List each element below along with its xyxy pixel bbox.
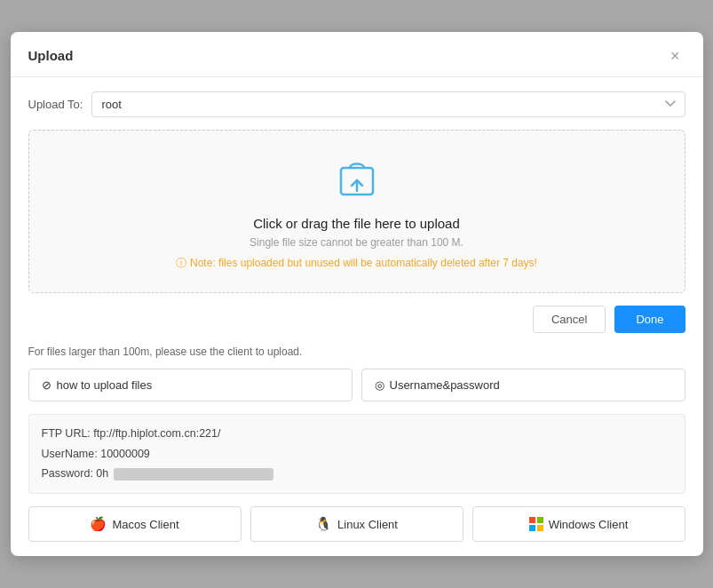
- linux-icon: 🐧: [315, 516, 332, 532]
- cancel-button[interactable]: Cancel: [533, 306, 606, 333]
- client-buttons-row: 🍎 Macos Client 🐧 Linux Client Windows Cl…: [28, 506, 685, 542]
- upload-modal: Upload × Upload To: root: [11, 32, 703, 556]
- apple-icon: 🍎: [90, 516, 107, 532]
- linux-client-button[interactable]: 🐧 Linux Client: [250, 506, 463, 542]
- ftp-url-line: FTP URL: ftp://ftp.hiplot.com.cn:221/: [42, 425, 672, 442]
- question-icon: ⊘: [42, 378, 51, 392]
- modal-body: Upload To: root Click or drag the file h…: [11, 77, 703, 556]
- svg-rect-4: [529, 525, 535, 531]
- svg-rect-5: [537, 525, 543, 531]
- upload-to-row: Upload To: root: [28, 91, 685, 117]
- drop-note: ⓘ Note: files uploaded but unused will b…: [47, 256, 667, 271]
- ftp-username-line: UserName: 10000009: [42, 446, 672, 463]
- ftp-info-box: FTP URL: ftp://ftp.hiplot.com.cn:221/ Us…: [28, 414, 685, 494]
- eye-icon: ◎: [375, 378, 384, 392]
- action-buttons-row: ⊘ how to upload files ◎ Username&passwor…: [28, 369, 685, 401]
- macos-client-button[interactable]: 🍎 Macos Client: [28, 506, 242, 542]
- svg-rect-3: [537, 517, 543, 523]
- modal-header: Upload ×: [11, 32, 703, 77]
- drop-sub-text: Single file size cannot be greater than …: [47, 236, 667, 249]
- modal-overlay: Upload × Upload To: root: [0, 0, 713, 588]
- close-button[interactable]: ×: [665, 46, 685, 66]
- done-button[interactable]: Done: [614, 306, 685, 333]
- hint-text: For files larger than 100m, please use t…: [28, 346, 685, 358]
- drop-main-text: Click or drag the file here to upload: [47, 216, 667, 231]
- windows-icon: [529, 517, 543, 531]
- svg-rect-2: [529, 517, 535, 523]
- info-icon: ⓘ: [176, 256, 186, 271]
- upload-to-label: Upload To:: [28, 98, 83, 111]
- upload-to-select[interactable]: root: [91, 91, 685, 117]
- drop-zone[interactable]: Click or drag the file here to upload Si…: [28, 130, 685, 293]
- ftp-password-line: Password: 0h: [42, 465, 672, 482]
- windows-client-button[interactable]: Windows Client: [472, 506, 685, 542]
- how-to-upload-button[interactable]: ⊘ how to upload files: [28, 369, 353, 401]
- password-blur: [114, 468, 273, 481]
- username-password-button[interactable]: ◎ Username&password: [361, 369, 685, 401]
- upload-icon: [47, 159, 667, 205]
- actions-row: Cancel Done: [28, 306, 685, 333]
- modal-title: Upload: [28, 48, 74, 63]
